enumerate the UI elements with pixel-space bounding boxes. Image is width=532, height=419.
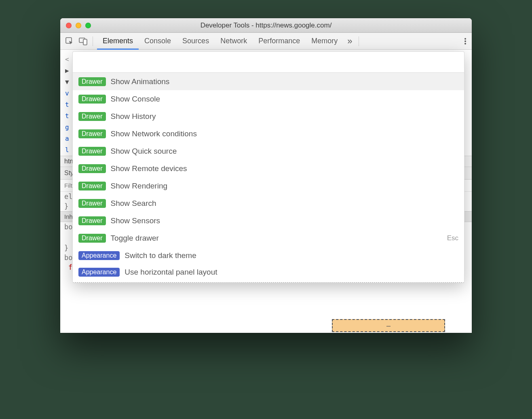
command-label: Show Search: [111, 199, 156, 208]
tab-console[interactable]: Console: [139, 33, 177, 50]
command-badge: Drawer: [78, 77, 106, 86]
command-item[interactable]: DrawerShow Sensors: [73, 212, 464, 229]
devtools-window: Developer Tools - https://news.google.co…: [60, 18, 472, 333]
box-model-margin[interactable]: –: [332, 319, 445, 332]
command-label: Show Quick source: [111, 147, 177, 156]
command-label: Show History: [111, 112, 156, 121]
tab-label: Memory: [311, 37, 338, 45]
tab-label: Console: [144, 37, 171, 45]
command-badge: Drawer: [78, 147, 106, 156]
kebab-icon: [464, 40, 466, 42]
command-item[interactable]: DrawerToggle drawerEsc: [73, 229, 464, 247]
settings-menu-button[interactable]: [461, 37, 469, 45]
command-label: Show Console: [111, 95, 160, 104]
command-label: Show Animations: [111, 77, 170, 86]
command-item[interactable]: DrawerShow Rendering: [73, 177, 464, 195]
command-badge: Drawer: [78, 182, 106, 190]
zoom-window-button[interactable]: [85, 23, 91, 28]
command-label: Show Network conditions: [111, 129, 197, 138]
command-item[interactable]: DrawerShow Search: [73, 195, 464, 212]
tab-memory[interactable]: Memory: [306, 33, 343, 50]
command-badge: Drawer: [78, 164, 106, 173]
box-model-value: –: [386, 322, 391, 330]
command-item[interactable]: DrawerShow Remote devices: [73, 160, 464, 177]
command-search-row: [73, 52, 464, 73]
toolbar-divider: [359, 36, 359, 46]
close-window-button[interactable]: [66, 23, 72, 28]
command-item[interactable]: DrawerShow History: [73, 108, 464, 125]
command-badge: Appearance: [78, 251, 120, 260]
command-item[interactable]: AppearanceUse horizontal panel layout: [73, 264, 464, 283]
command-shortcut: Esc: [447, 234, 458, 242]
more-tabs-button[interactable]: »: [343, 36, 356, 47]
inspect-element-button[interactable]: [63, 34, 76, 48]
command-item[interactable]: AppearanceSwitch to dark theme: [73, 247, 464, 264]
main-toolbar: Elements Console Sources Network Perform…: [60, 33, 472, 50]
tab-label: Elements: [103, 37, 133, 45]
panel-tabs: Elements Console Sources Network Perform…: [97, 33, 343, 50]
inspect-icon: [65, 37, 74, 45]
command-menu: DrawerShow AnimationsDrawerShow ConsoleD…: [72, 51, 464, 283]
tab-label: Performance: [258, 37, 300, 45]
titlebar: Developer Tools - https://news.google.co…: [60, 18, 472, 33]
command-label: Show Remote devices: [111, 164, 187, 173]
command-label: Show Rendering: [111, 182, 167, 190]
minimize-window-button[interactable]: [76, 23, 81, 28]
command-badge: Drawer: [78, 216, 106, 225]
window-title: Developer Tools - https://news.google.co…: [60, 21, 472, 30]
svg-rect-2: [83, 39, 87, 45]
command-label: Use horizontal panel layout: [125, 268, 217, 277]
tab-elements[interactable]: Elements: [97, 33, 139, 50]
traffic-lights: [60, 23, 91, 28]
tab-label: Network: [220, 37, 247, 45]
command-badge: Drawer: [78, 112, 106, 121]
command-label: Show Sensors: [111, 216, 160, 225]
toolbar-divider: [93, 36, 93, 46]
command-list: DrawerShow AnimationsDrawerShow ConsoleD…: [73, 73, 464, 283]
tab-sources[interactable]: Sources: [177, 33, 215, 50]
command-badge: Drawer: [78, 234, 106, 243]
chevron-double-right-icon: »: [347, 36, 352, 46]
device-icon: [79, 37, 88, 45]
tab-network[interactable]: Network: [215, 33, 253, 50]
command-search-input[interactable]: [78, 57, 458, 67]
command-badge: Drawer: [78, 129, 106, 138]
command-item[interactable]: DrawerShow Console: [73, 90, 464, 108]
tab-performance[interactable]: Performance: [253, 33, 306, 50]
command-label: Switch to dark theme: [125, 251, 196, 260]
command-item[interactable]: DrawerShow Network conditions: [73, 125, 464, 142]
command-item[interactable]: DrawerShow Quick source: [73, 142, 464, 160]
kebab-icon: [464, 38, 466, 40]
command-badge: Drawer: [78, 95, 106, 104]
tab-label: Sources: [182, 37, 209, 45]
command-label: Toggle drawer: [111, 234, 159, 243]
command-item[interactable]: DrawerShow Animations: [73, 73, 464, 90]
command-badge: Drawer: [78, 199, 106, 208]
kebab-icon: [464, 43, 466, 44]
command-badge: Appearance: [78, 268, 120, 277]
device-toolbar-button[interactable]: [76, 34, 90, 48]
